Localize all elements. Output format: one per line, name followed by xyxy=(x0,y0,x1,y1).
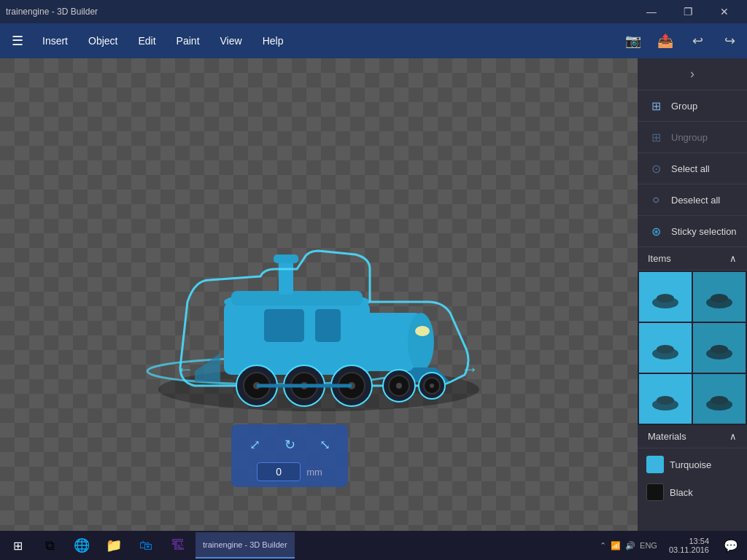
material-turquoise[interactable]: Turquoise xyxy=(640,451,744,478)
maximize-button[interactable]: ❐ xyxy=(671,0,705,23)
svg-point-11 xyxy=(415,326,430,336)
float-toolbar-value-row: 0 mm xyxy=(257,462,322,481)
taskbar: ⊞ ⧉ 🌐 📁 🛍 🏗 trainengine - 3D Builder ⌃ 📶… xyxy=(0,531,747,560)
start-button[interactable]: ⊞ xyxy=(3,531,32,560)
select-all-button[interactable]: ⊙ Select all xyxy=(638,153,747,184)
items-section-header[interactable]: Items ∧ xyxy=(638,247,747,271)
titlebar-title: trainengine - 3D Builder xyxy=(6,7,98,17)
sticky-selection-label: Sticky selection xyxy=(671,226,737,237)
store-icon[interactable]: 🛍 xyxy=(131,531,160,560)
caret-icon[interactable]: ⌃ xyxy=(600,541,606,551)
svg-point-40 xyxy=(711,345,728,354)
float-toolbar-buttons: ⤢ ↻ ⤡ xyxy=(240,430,339,459)
titlebar-controls: — ❐ ✕ xyxy=(635,0,741,23)
move-tool-button[interactable]: ⤢ xyxy=(240,430,269,459)
materials-section-header[interactable]: Materials ∧ xyxy=(638,425,747,448)
item-thumb-3[interactable] xyxy=(639,323,692,373)
group-label: Group xyxy=(671,101,697,112)
clock-date: 03.11.2016 xyxy=(669,545,709,554)
ungroup-label: Ungroup xyxy=(671,132,708,143)
svg-text:←: ← xyxy=(177,359,194,378)
camera-icon[interactable]: 📷 xyxy=(619,26,648,55)
taskbar-sys-icons: ⌃ 📶 🔊 ENG xyxy=(597,541,660,551)
transform-unit: mm xyxy=(306,467,322,478)
deselect-all-label: Deselect all xyxy=(671,195,720,206)
rotate-tool-button[interactable]: ↻ xyxy=(275,430,304,459)
svg-point-34 xyxy=(657,294,674,303)
menu-object[interactable]: Object xyxy=(78,29,128,52)
item-thumb-1[interactable] xyxy=(639,272,692,322)
taskbar-clock[interactable]: 13:54 03.11.2016 xyxy=(663,537,715,554)
item-thumb-6[interactable] xyxy=(693,374,746,424)
items-collapse-icon: ∧ xyxy=(729,253,737,264)
ungroup-icon: ⊞ xyxy=(648,129,664,145)
items-grid xyxy=(638,271,747,425)
materials-collapse-icon: ∧ xyxy=(729,431,737,442)
browser-icon[interactable]: 🌐 xyxy=(67,531,96,560)
ungroup-button[interactable]: ⊞ Ungroup xyxy=(638,122,747,153)
scene-svg: ← → xyxy=(136,156,501,433)
svg-point-42 xyxy=(657,396,674,405)
volume-icon[interactable]: 🔊 xyxy=(625,541,635,551)
transform-value-input[interactable]: 0 xyxy=(257,462,301,481)
app-icon[interactable]: 🏗 xyxy=(163,531,193,560)
menu-insert[interactable]: Insert xyxy=(32,29,78,52)
svg-rect-9 xyxy=(264,309,304,342)
active-app-tab[interactable]: trainengine - 3D Builder xyxy=(196,532,295,559)
svg-point-8 xyxy=(408,313,434,371)
menu-help[interactable]: Help xyxy=(252,29,294,52)
network-icon[interactable]: 📶 xyxy=(611,541,621,551)
lang-indicator[interactable]: ENG xyxy=(640,541,657,550)
close-button[interactable]: ✕ xyxy=(708,0,741,23)
menubar-right: 📷 📤 ↩ ↪ xyxy=(619,26,744,55)
svg-text:→: → xyxy=(461,359,479,378)
turquoise-label: Turquoise xyxy=(670,459,711,470)
svg-marker-32 xyxy=(195,353,220,382)
share-icon[interactable]: 📤 xyxy=(651,26,680,55)
file-explorer-icon[interactable]: 📁 xyxy=(99,531,128,560)
materials-label: Materials xyxy=(648,431,686,442)
sticky-selection-icon: ⊛ xyxy=(648,223,664,239)
redo-button[interactable]: ↪ xyxy=(715,26,744,55)
right-panel: › ⊞ Group ⊞ Ungroup ⊙ Select all ○ Desel… xyxy=(638,58,747,531)
float-toolbar: ⤢ ↻ ⤡ 0 mm xyxy=(231,424,348,487)
item-thumb-4[interactable] xyxy=(693,323,746,373)
scale-tool-button[interactable]: ⤡ xyxy=(310,430,339,459)
group-button[interactable]: ⊞ Group xyxy=(638,90,747,122)
menu-edit[interactable]: Edit xyxy=(128,29,166,52)
notification-button[interactable]: 💬 xyxy=(718,532,744,559)
main-layout: ← → ⤢ ↻ ⤡ 0 mm › ⊞ Group xyxy=(0,58,747,531)
svg-rect-5 xyxy=(279,258,293,295)
viewport[interactable]: ← → ⤢ ↻ ⤡ 0 mm xyxy=(0,58,638,531)
item-thumb-2[interactable] xyxy=(693,272,746,322)
taskbar-right: ⌃ 📶 🔊 ENG 13:54 03.11.2016 💬 xyxy=(597,532,744,559)
menubar: ☰ Insert Object Edit Paint View Help 📷 📤… xyxy=(0,23,747,58)
svg-point-24 xyxy=(396,383,402,389)
svg-point-36 xyxy=(711,294,728,303)
svg-point-27 xyxy=(430,384,434,388)
material-black[interactable]: Black xyxy=(640,479,744,505)
item-thumb-5[interactable] xyxy=(639,374,692,424)
svg-rect-10 xyxy=(315,309,341,342)
group-icon: ⊞ xyxy=(648,98,664,114)
task-view-button[interactable]: ⧉ xyxy=(35,531,64,560)
menu-view[interactable]: View xyxy=(210,29,252,52)
select-all-icon: ⊙ xyxy=(648,160,664,176)
titlebar: trainengine - 3D Builder — ❐ ✕ xyxy=(0,0,747,23)
svg-point-38 xyxy=(657,345,674,354)
minimize-button[interactable]: — xyxy=(635,0,668,23)
undo-button[interactable]: ↩ xyxy=(683,26,712,55)
sticky-selection-button[interactable]: ⊛ Sticky selection xyxy=(638,216,747,247)
deselect-all-button[interactable]: ○ Deselect all xyxy=(638,184,747,216)
items-label: Items xyxy=(648,253,671,264)
black-swatch xyxy=(646,483,664,501)
select-all-label: Select all xyxy=(671,163,710,174)
active-app-label: trainengine - 3D Builder xyxy=(203,540,287,549)
menu-paint[interactable]: Paint xyxy=(166,29,210,52)
black-label: Black xyxy=(670,487,693,498)
svg-point-44 xyxy=(711,396,728,405)
hamburger-menu-button[interactable]: ☰ xyxy=(3,26,32,55)
svg-rect-4 xyxy=(231,291,363,306)
turquoise-swatch xyxy=(646,456,664,473)
panel-collapse-button[interactable]: › xyxy=(638,58,747,90)
